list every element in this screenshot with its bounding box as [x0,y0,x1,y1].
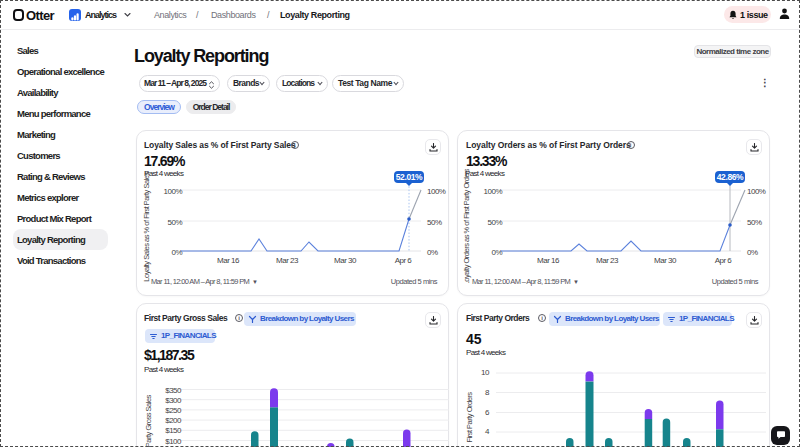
svg-text:Apr 6: Apr 6 [395,256,413,265]
svg-text:0%: 0% [171,248,182,257]
svg-text:50%: 50% [427,218,442,227]
svg-text:$300: $300 [165,396,182,405]
svg-text:$100: $100 [165,437,182,446]
svg-text:100%: 100% [427,187,446,196]
svg-text:Loyalty Orders as % of First P: Loyalty Orders as % of First Party Order… [462,169,471,283]
svg-text:$350: $350 [165,386,182,395]
svg-text:First Party Gross Sales: First Party Gross Sales [144,394,153,447]
svg-text:Mar 16: Mar 16 [537,256,560,265]
svg-text:6: 6 [485,408,490,417]
svg-text:100%: 100% [484,187,503,196]
svg-text:First Party Orders: First Party Orders [465,392,474,443]
svg-text:Mar 16: Mar 16 [217,256,240,265]
svg-text:Loyalty Sales as % of First Pa: Loyalty Sales as % of First Party Sales [142,172,151,282]
svg-text:Mar 30: Mar 30 [654,256,677,265]
svg-text:8: 8 [485,388,490,397]
svg-text:Apr 6: Apr 6 [715,256,733,265]
svg-text:50%: 50% [167,218,182,227]
svg-text:$200: $200 [165,416,182,425]
svg-text:4: 4 [485,427,490,436]
svg-text:100%: 100% [164,187,183,196]
svg-text:50%: 50% [487,218,502,227]
svg-text:10: 10 [481,368,490,377]
svg-text:Mar 23: Mar 23 [276,256,299,265]
svg-text:0%: 0% [427,248,438,257]
svg-text:50%: 50% [747,218,762,227]
svg-text:100%: 100% [747,187,766,196]
svg-text:$150: $150 [165,426,182,435]
svg-text:0%: 0% [747,248,758,257]
svg-text:Mar 30: Mar 30 [334,256,357,265]
svg-text:$250: $250 [165,406,182,415]
svg-text:Mar 23: Mar 23 [596,256,619,265]
svg-text:0%: 0% [491,248,502,257]
